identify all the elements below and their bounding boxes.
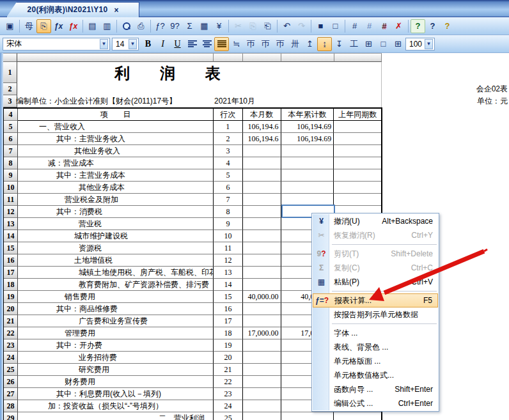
align-top-icon[interactable]: ↥ (302, 37, 317, 51)
unit-label[interactable]: 单位：元 (477, 96, 508, 107)
cell-C7[interactable] (243, 145, 281, 157)
row-header-13[interactable]: 13 (4, 218, 18, 230)
cell-B6[interactable]: 2 (214, 133, 243, 145)
chevron-down-icon[interactable]: ▼ (129, 39, 137, 49)
row-header-1[interactable]: 1 (3, 62, 17, 83)
border-cols-icon[interactable]: 卅 (288, 37, 302, 51)
border-bottom-icon[interactable]: 帀 (273, 37, 288, 51)
cell-C6[interactable]: 106,194.6 (243, 133, 281, 145)
col-header-C[interactable] (243, 53, 281, 62)
inner-grid-icon[interactable]: ⊞ (361, 37, 376, 51)
calculator-icon[interactable]: ▦ (197, 19, 212, 33)
save-icon[interactable]: ▣ (3, 19, 17, 33)
report-title[interactable]: 利 润 表 (17, 63, 331, 84)
row-header-12[interactable]: 12 (4, 206, 18, 218)
context-help-icon[interactable]: ? (425, 19, 440, 33)
cell-A9[interactable]: 其中：主营业务成本 (18, 169, 214, 182)
cell-C19[interactable]: 40,000.00 (243, 291, 281, 303)
cell-B26[interactable]: 22 (214, 376, 243, 388)
cell-A20[interactable]: 其中：商品维修费 (18, 303, 214, 315)
row-header-23[interactable]: 23 (4, 339, 18, 352)
cell-A15[interactable]: 资源税 (18, 242, 214, 254)
row-header-27[interactable]: 27 (4, 388, 18, 400)
cell-C24[interactable] (243, 352, 281, 364)
cell-A7[interactable]: 其他业务收入 (18, 145, 214, 157)
formula-edit-icon[interactable]: ƒx (66, 19, 81, 33)
row-header-2[interactable]: 2 (3, 83, 17, 95)
cell-B19[interactable]: 15 (214, 291, 243, 303)
cell-B23[interactable]: 19 (214, 339, 243, 352)
font-family-select[interactable]: 宋体 ▼ (3, 38, 110, 51)
cell-E6[interactable] (334, 133, 381, 145)
header-ytd[interactable]: 本年累计数 (281, 109, 334, 121)
cell-A28[interactable]: 加：投资收益（损失以“-”号填列） (18, 400, 214, 412)
grid-light-icon[interactable]: # (362, 19, 377, 33)
col-header-A[interactable] (17, 53, 214, 62)
redo-icon[interactable]: ↷ (294, 19, 309, 33)
cell-A12[interactable]: 其中：消费税 (18, 206, 214, 218)
cell-C15[interactable] (243, 242, 281, 254)
cell-C5[interactable]: 106,194.6 (243, 121, 281, 133)
row-header-15[interactable]: 15 (4, 242, 18, 254)
cell-A13[interactable]: 营业税 (18, 218, 214, 230)
grid-remove-icon[interactable]: # (377, 19, 391, 33)
row-header-29[interactable]: 29 (4, 412, 18, 420)
menu-cell-layout[interactable]: 单元格版面 ... (313, 354, 438, 368)
copy-icon[interactable]: ⎘ (246, 19, 260, 33)
cell-D9[interactable] (281, 169, 334, 182)
cell-B11[interactable]: 7 (214, 194, 243, 206)
font-size-select[interactable]: 14 ▼ (112, 38, 139, 51)
cell-C26[interactable] (243, 376, 281, 388)
cell-C25[interactable] (243, 364, 281, 376)
cell-D6[interactable]: 106,194.69 (281, 133, 334, 145)
row-header-20[interactable]: 20 (4, 303, 18, 315)
row-header-21[interactable]: 21 (4, 315, 18, 327)
cell-B24[interactable]: 20 (214, 352, 243, 364)
menu-paste[interactable]: ▦粘贴(P)Ctrl+V (313, 275, 438, 289)
row-header-5[interactable]: 5 (4, 121, 18, 133)
fit-height-icon[interactable]: 工 (347, 37, 361, 51)
row-header-18[interactable]: 18 (4, 279, 18, 291)
row-header-24[interactable]: 24 (4, 352, 18, 364)
split-horizontal-icon[interactable]: ▤ (85, 19, 100, 33)
underline-icon[interactable]: U (170, 37, 185, 51)
cell-A26[interactable]: 财务费用 (18, 376, 214, 388)
cell-B9[interactable]: 5 (214, 169, 243, 182)
row-header-14[interactable]: 14 (4, 230, 18, 242)
delete-icon[interactable]: ✗ (391, 19, 406, 33)
row-header-6[interactable]: 6 (4, 133, 18, 145)
undo-icon[interactable]: ↶ (279, 19, 294, 33)
cell-E29[interactable] (334, 412, 381, 420)
row-header-9[interactable]: 9 (4, 169, 18, 182)
header-prior[interactable]: 上年同期数 (334, 109, 381, 121)
cut-icon[interactable]: ✂ (231, 19, 246, 33)
cell-B10[interactable]: 6 (214, 182, 243, 194)
cell-C22[interactable]: 17,000.00 (243, 327, 281, 339)
header-item[interactable]: 项 目 (18, 109, 214, 121)
row-header-26[interactable]: 26 (4, 376, 18, 388)
cell-C10[interactable] (243, 182, 281, 194)
cell-A21[interactable]: 广告费和业务宣传费 (18, 315, 214, 327)
menu-border-bg[interactable]: 表线、背景色 ... (313, 340, 438, 354)
cell-C23[interactable] (243, 339, 281, 352)
chevron-down-icon[interactable]: ▼ (100, 39, 108, 49)
menu-show-by-period[interactable]: 按报告期列示单元格数据 (313, 307, 438, 322)
cell-C18[interactable] (243, 279, 281, 291)
prepared-by[interactable]: 编制单位：小企业会计准则【财会(2011)17号】 (16, 96, 176, 107)
cell-A8[interactable]: 减：营业成本 (18, 157, 214, 169)
copy-sheet-icon[interactable]: ⎘ (36, 19, 51, 33)
cell-B15[interactable]: 11 (214, 242, 243, 254)
cell-C21[interactable] (243, 315, 281, 327)
help-box-icon[interactable]: ? (411, 19, 425, 33)
cell-A18[interactable]: 教育费附加、矿产资源补偿费、排污费 (18, 279, 214, 291)
menu-function-wizard[interactable]: 函数向导 ...Shift+Enter (313, 382, 438, 396)
wrap-text-icon[interactable]: ≒ (229, 37, 244, 51)
cell-C12[interactable] (243, 206, 281, 218)
row-header-3[interactable]: 3 (3, 95, 17, 107)
cell-D8[interactable] (281, 157, 334, 169)
cell-D5[interactable]: 106,194.69 (281, 121, 334, 133)
sum-icon[interactable]: Σ (182, 19, 197, 33)
row-header-25[interactable]: 25 (4, 364, 18, 376)
cell-A5[interactable]: 一、营业收入 (18, 121, 214, 133)
col-header-B[interactable] (214, 53, 243, 62)
